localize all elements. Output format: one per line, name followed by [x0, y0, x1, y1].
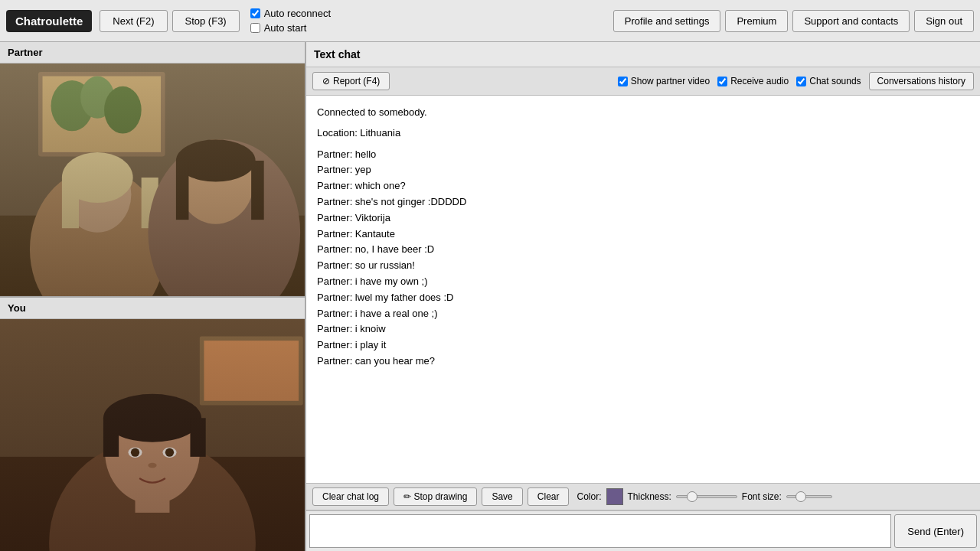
- svg-point-9: [62, 152, 133, 203]
- partner-video: [0, 64, 305, 296]
- partner-section: Partner: [0, 42, 305, 298]
- report-label: Report (F4): [333, 76, 380, 86]
- chat-message: Partner: she's not ginger :DDDDD: [317, 194, 969, 210]
- main-layout: Partner: [0, 42, 980, 551]
- text-chat-header: Text chat: [306, 42, 980, 67]
- report-icon: ⊘: [322, 76, 330, 86]
- stop-button[interactable]: Stop (F3): [172, 10, 240, 32]
- you-video-svg: [0, 319, 305, 552]
- color-swatch[interactable]: [606, 488, 623, 505]
- top-bar: Chatroulette Next (F2) Stop (F3) Auto re…: [0, 0, 980, 42]
- svg-point-23: [105, 400, 200, 504]
- svg-point-30: [165, 448, 174, 456]
- receive-audio-label[interactable]: Receive audio: [717, 76, 789, 86]
- chat-message: Partner: yep: [317, 162, 969, 178]
- right-panel: Text chat ⊘ Report (F4) Show partner vid…: [306, 42, 980, 551]
- svg-rect-10: [62, 178, 79, 228]
- receive-audio-text: Receive audio: [730, 76, 789, 86]
- svg-point-24: [103, 393, 201, 442]
- chat-message: Partner: Viktorija: [317, 210, 969, 227]
- svg-rect-6: [0, 216, 305, 296]
- chat-message: Partner: no, I have beer :D: [317, 242, 969, 258]
- left-panel: Partner: [0, 42, 306, 551]
- top-right-buttons: Profile and settings Premium Support and…: [613, 10, 974, 32]
- profile-button[interactable]: Profile and settings: [613, 10, 721, 32]
- chat-message: Partner: i play it: [317, 337, 969, 354]
- chat-input[interactable]: [309, 514, 891, 548]
- svg-point-7: [30, 169, 165, 296]
- svg-point-21: [49, 439, 256, 551]
- chat-message: Location: Lithuania: [317, 126, 969, 142]
- svg-point-13: [178, 139, 253, 223]
- signout-button[interactable]: Sign out: [914, 10, 974, 32]
- thickness-label: Thickness:: [628, 491, 671, 502]
- chat-message: Partner: i knoiw: [317, 321, 969, 337]
- show-partner-video-label[interactable]: Show partner video: [618, 76, 710, 86]
- svg-point-28: [162, 447, 176, 457]
- you-label: You: [0, 298, 305, 319]
- show-partner-video-checkbox[interactable]: [618, 77, 628, 86]
- svg-point-8: [64, 156, 131, 232]
- chat-message: Connected to somebody.: [317, 105, 969, 121]
- thickness-slider[interactable]: [676, 495, 737, 498]
- clear-chat-log-button[interactable]: Clear chat log: [312, 487, 389, 506]
- svg-rect-19: [204, 341, 299, 401]
- clear-button[interactable]: Clear: [528, 487, 570, 506]
- auto-reconnect-label[interactable]: Auto reconnect: [250, 8, 331, 19]
- svg-rect-25: [103, 418, 119, 457]
- stop-drawing-button[interactable]: ✏ Stop drawing: [394, 487, 477, 506]
- svg-rect-20: [0, 456, 305, 551]
- chat-bottom-toolbar: Clear chat log ✏ Stop drawing Save Clear…: [306, 484, 980, 510]
- auto-start-label[interactable]: Auto start: [250, 22, 331, 34]
- svg-point-14: [176, 139, 256, 181]
- svg-rect-0: [0, 64, 305, 296]
- chat-message: Partner: lwel my father does :D: [317, 290, 969, 306]
- svg-rect-15: [176, 161, 189, 220]
- svg-point-3: [51, 80, 93, 131]
- svg-point-4: [80, 77, 114, 119]
- svg-rect-17: [0, 319, 305, 552]
- receive-audio-checkbox[interactable]: [717, 77, 727, 86]
- svg-rect-2: [43, 77, 162, 152]
- chat-message: Partner: i have my own ;): [317, 274, 969, 290]
- chat-sounds-label[interactable]: Chat sounds: [796, 76, 861, 86]
- show-partner-video-text: Show partner video: [631, 76, 710, 86]
- chat-message: Partner: Kantaute: [317, 227, 969, 243]
- chat-log: Connected to somebody. Location: Lithuan…: [306, 96, 980, 484]
- fontsize-label: Font size:: [742, 491, 782, 502]
- stop-drawing-label: Stop drawing: [413, 491, 467, 502]
- svg-point-5: [104, 86, 142, 134]
- svg-rect-1: [38, 72, 165, 156]
- you-section: You: [0, 298, 305, 552]
- chat-options: Show partner video Receive audio Chat so…: [618, 72, 974, 90]
- conversations-history-button[interactable]: Conversations history: [869, 72, 974, 90]
- chat-message: Partner: so ur russian!: [317, 258, 969, 274]
- send-button[interactable]: Send (Enter): [894, 514, 977, 548]
- save-button[interactable]: Save: [482, 487, 522, 506]
- svg-point-31: [148, 462, 156, 468]
- svg-point-12: [148, 139, 300, 295]
- fontsize-slider[interactable]: [786, 495, 832, 498]
- svg-point-29: [131, 448, 139, 456]
- chat-sounds-text: Chat sounds: [809, 76, 861, 86]
- partner-video-svg: [0, 64, 305, 296]
- chat-message: Partner: can you hear me?: [317, 354, 969, 370]
- you-video: [0, 319, 305, 552]
- chat-sounds-checkbox[interactable]: [796, 77, 806, 86]
- partner-video-container: [0, 64, 305, 296]
- auto-reconnect-checkbox[interactable]: [250, 8, 260, 18]
- pencil-icon: ✏: [403, 491, 411, 502]
- premium-button[interactable]: Premium: [725, 10, 788, 32]
- color-label: Color:: [577, 491, 601, 502]
- chat-message: Partner: i have a real one ;): [317, 306, 969, 322]
- svg-rect-11: [142, 178, 158, 228]
- auto-start-checkbox[interactable]: [250, 23, 260, 33]
- you-video-container: [0, 319, 305, 552]
- chat-toolbar: ⊘ Report (F4) Show partner video Receive…: [306, 67, 980, 96]
- report-button[interactable]: ⊘ Report (F4): [312, 72, 390, 90]
- chat-message: Partner: hello: [317, 147, 969, 163]
- auto-reconnect-text: Auto reconnect: [264, 8, 331, 19]
- support-button[interactable]: Support and contacts: [792, 10, 910, 32]
- chat-message: Partner: which one?: [317, 178, 969, 194]
- next-button[interactable]: Next (F2): [100, 10, 167, 32]
